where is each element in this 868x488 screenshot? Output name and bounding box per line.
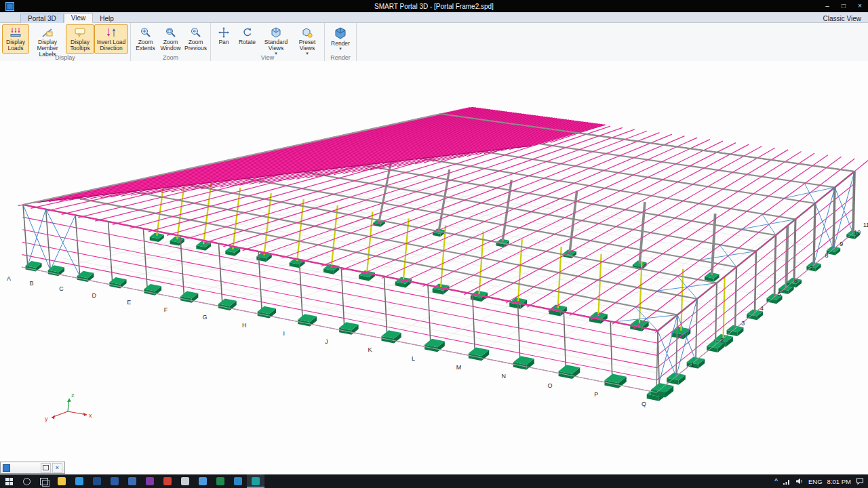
taskbar-app-mail[interactable] bbox=[88, 474, 106, 488]
chrome-icon bbox=[199, 477, 207, 485]
taskbar-app-excel[interactable] bbox=[212, 474, 229, 488]
tab-view[interactable]: View bbox=[64, 13, 94, 23]
button-label: Preset Views bbox=[294, 39, 321, 52]
search-icon bbox=[23, 478, 31, 485]
maximize-button[interactable]: □ bbox=[835, 0, 852, 12]
taskbar-app-chrome[interactable] bbox=[194, 474, 212, 488]
display-tooltips-button[interactable]: Display Tooltips bbox=[66, 24, 94, 54]
zoom-previous-button[interactable]: Zoom Previous bbox=[183, 24, 208, 54]
taskbar-app-app-red[interactable] bbox=[159, 474, 176, 488]
zoom-window-button[interactable]: Zoom Window bbox=[158, 24, 183, 54]
grid-number-label: 2 bbox=[720, 337, 724, 344]
application-window: SMART Portal 3D - [Portal Frame2.spd] – … bbox=[0, 0, 868, 488]
taskbar-app-edge[interactable] bbox=[71, 474, 88, 488]
network-icon[interactable] bbox=[783, 477, 791, 485]
taskbar-app-app-teal[interactable] bbox=[229, 474, 247, 488]
grid-letter-label: P bbox=[594, 391, 598, 398]
taskbar-app-word[interactable] bbox=[106, 474, 123, 488]
rotate-button[interactable]: Rotate bbox=[235, 24, 260, 47]
pan-button[interactable]: Pan bbox=[213, 24, 235, 47]
render-button[interactable]: Render ▾ bbox=[327, 24, 354, 52]
edge-icon bbox=[75, 477, 83, 485]
grid-letter-label: B bbox=[30, 280, 34, 287]
display-loads-icon bbox=[9, 26, 22, 39]
close-child-button[interactable]: × bbox=[52, 463, 62, 473]
grid-letter-label: N bbox=[502, 373, 507, 380]
standard-views-icon bbox=[270, 26, 282, 39]
word-icon bbox=[111, 477, 119, 485]
notepad-icon bbox=[181, 477, 189, 485]
app-teal-icon bbox=[234, 477, 242, 485]
axis-x-label: x bbox=[89, 412, 92, 419]
group-caption: Display bbox=[0, 54, 130, 61]
mail-icon bbox=[93, 477, 101, 485]
invert-load-direction-button[interactable]: Invert Load Direction bbox=[94, 24, 128, 54]
taskbar-app-smart-portal[interactable] bbox=[247, 474, 264, 488]
grid-number-label: 5 bbox=[778, 291, 781, 298]
ribbon-group-zoom: Zoom Extents Zoom Window Zoom Previous Z… bbox=[131, 23, 211, 61]
language-indicator[interactable]: ENG bbox=[808, 478, 823, 485]
grid-number-label: 8 bbox=[825, 252, 829, 259]
clock[interactable]: 8:01 PM bbox=[827, 478, 851, 485]
tab-portal-3d[interactable]: Portal 3D bbox=[20, 14, 64, 23]
grid-letter-label: L bbox=[412, 355, 415, 362]
search-button[interactable] bbox=[18, 474, 35, 488]
grid-letter-label: J bbox=[325, 338, 328, 345]
taskbar-app-notepad[interactable] bbox=[176, 474, 194, 488]
grid-number-label: 7 bbox=[810, 265, 813, 272]
axis-y-label: y bbox=[45, 415, 48, 422]
button-label: Invert Load Direction bbox=[96, 39, 127, 52]
group-caption: Zoom bbox=[131, 54, 210, 61]
button-label: Standard Views bbox=[261, 39, 291, 52]
tab-help[interactable]: Help bbox=[93, 14, 121, 23]
classic-view-toggle[interactable]: Classic View bbox=[823, 15, 868, 22]
pan-icon bbox=[218, 26, 230, 39]
group-caption: Render bbox=[325, 54, 356, 61]
grid-letter-label: M bbox=[456, 364, 462, 371]
ribbon: Display Loads Display Member Labels Disp… bbox=[0, 23, 868, 62]
volume-icon[interactable] bbox=[795, 477, 804, 485]
member-labels-icon bbox=[41, 26, 54, 39]
model-viewport[interactable]: ABCDEFGHIJKLMNOPQ1234567891011xyz bbox=[0, 61, 868, 474]
standard-views-button[interactable]: Standard Views ▾ bbox=[260, 24, 292, 57]
tray-expand-chevron[interactable]: ^ bbox=[774, 478, 778, 485]
render-icon bbox=[333, 26, 348, 40]
taskbar-app-visual-studio[interactable] bbox=[141, 474, 159, 488]
action-center-icon[interactable] bbox=[856, 477, 864, 485]
start-button[interactable] bbox=[0, 474, 18, 488]
task-view-icon bbox=[40, 478, 48, 485]
grid-letter-label: H bbox=[242, 322, 247, 329]
taskbar: ^ ENG 8:01 PM bbox=[0, 474, 868, 488]
grid-number-label: 3 bbox=[741, 320, 745, 327]
display-loads-button[interactable]: Display Loads bbox=[2, 24, 29, 54]
restore-icon bbox=[43, 465, 49, 470]
file-explorer-icon bbox=[58, 477, 66, 485]
windows-logo-icon bbox=[5, 478, 13, 485]
smart-portal-icon bbox=[252, 477, 260, 485]
minimized-child-window[interactable]: × bbox=[0, 462, 65, 474]
grid-letter-label: F bbox=[164, 306, 168, 313]
app-red-icon bbox=[163, 477, 172, 485]
button-label: Zoom Extents bbox=[134, 39, 157, 52]
grid-number-label: 6 bbox=[794, 277, 797, 284]
grid-letter-label: Q bbox=[642, 401, 646, 407]
zoom-extents-button[interactable]: Zoom Extents bbox=[133, 24, 158, 54]
tooltips-icon bbox=[74, 26, 86, 39]
ribbon-group-view: Pan Rotate Standard Views ▾ Preset Views… bbox=[211, 23, 325, 61]
axis-z-label: z bbox=[71, 392, 75, 399]
grid-letter-label: E bbox=[127, 299, 131, 306]
close-button[interactable]: × bbox=[852, 0, 868, 12]
button-label: Pan bbox=[218, 39, 229, 45]
restore-button[interactable] bbox=[41, 463, 51, 473]
task-view-button[interactable] bbox=[35, 474, 53, 488]
preset-views-button[interactable]: Preset Views ▾ bbox=[292, 24, 322, 57]
zoom-previous-icon bbox=[190, 26, 202, 39]
taskbar-app-app-blue[interactable] bbox=[123, 474, 141, 488]
excel-icon bbox=[216, 477, 224, 485]
title-bar: SMART Portal 3D - [Portal Frame2.spd] – … bbox=[0, 0, 868, 12]
button-label: Zoom Previous bbox=[184, 39, 207, 52]
grid-letter-label: C bbox=[59, 285, 64, 292]
minimize-button[interactable]: – bbox=[819, 0, 835, 12]
taskbar-app-file-explorer[interactable] bbox=[53, 474, 71, 488]
app-blue-icon bbox=[128, 477, 136, 485]
